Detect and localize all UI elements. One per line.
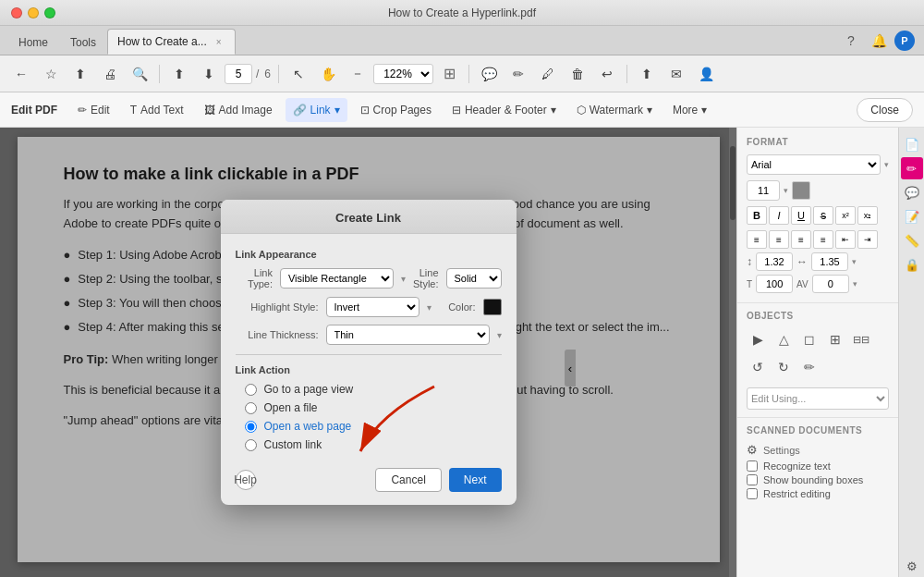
obj-triangle-btn[interactable]: △ [772, 328, 795, 350]
restrict-editing-checkbox[interactable] [747, 488, 758, 499]
recognize-text-checkbox[interactable] [747, 460, 758, 472]
spacing-row-1: ↕ ↔ ▾ [747, 252, 889, 271]
obj-align-btn[interactable]: ⊟⊟ [850, 328, 872, 350]
italic-btn[interactable]: I [769, 206, 789, 225]
radio-custom-label: Custom link [264, 438, 322, 451]
far-icon-2[interactable]: ✏ [901, 157, 923, 179]
radio-page-input[interactable] [245, 384, 257, 396]
underline-btn[interactable]: U [791, 206, 811, 225]
far-icon-5[interactable]: 📏 [901, 229, 923, 252]
redo-btn[interactable]: ↩ [593, 61, 621, 87]
titlebar: How to Create a Hyperlink.pdf [0, 0, 924, 26]
zoom-out-btn[interactable]: 🔍 [126, 61, 153, 87]
signature-btn[interactable]: 🖊 [534, 61, 562, 87]
text-color-swatch[interactable] [792, 181, 810, 200]
radio-file-input[interactable] [245, 402, 257, 414]
close-window-btn[interactable] [11, 7, 22, 18]
page-input[interactable] [225, 64, 252, 84]
next-page-btn[interactable]: ⬇ [195, 61, 223, 87]
thickness-select[interactable]: Thin Medium Thick [326, 325, 490, 345]
watermark-btn[interactable]: ⬡ Watermark ▾ [569, 98, 660, 122]
link-btn[interactable]: 🔗 Link ▾ [286, 98, 347, 122]
far-right-icons: 📄 ✏ 💬 📝 📏 🔒 ⚙ [898, 128, 924, 577]
font-size-input[interactable] [747, 180, 780, 201]
far-icon-7[interactable]: ⚙ [901, 555, 923, 577]
obj-undo-btn[interactable]: ↺ [747, 356, 769, 378]
add-image-btn[interactable]: 🖼 Add Image [197, 98, 280, 122]
delete-btn[interactable]: 🗑 [564, 61, 591, 87]
user-btn[interactable]: 👤 [692, 61, 720, 87]
font-select[interactable]: Arial [747, 154, 881, 175]
edit-using-select[interactable]: Edit Using... [747, 387, 889, 410]
align-left-btn[interactable]: ≡ [747, 230, 767, 249]
color-swatch[interactable] [483, 299, 502, 315]
link-type-select[interactable]: Visible Rectangle Invisible Rectangle [280, 268, 394, 288]
bold-btn[interactable]: B [747, 206, 767, 225]
far-icon-6[interactable]: 🔒 [901, 253, 923, 276]
indent-right-btn[interactable]: ⇥ [857, 230, 878, 249]
print-btn[interactable]: 🖨 [96, 61, 124, 87]
pencil-btn[interactable]: ✏ [505, 61, 532, 87]
obj-square-btn[interactable]: ◻ [798, 328, 821, 350]
minimize-window-btn[interactable] [28, 7, 39, 18]
email-btn[interactable]: ✉ [663, 61, 690, 87]
appearance-section-label: Link Appearance [236, 249, 502, 260]
color-label: Color: [439, 301, 476, 313]
far-icon-1[interactable]: 📄 [901, 133, 923, 155]
hand-tool-btn[interactable]: ✋ [314, 61, 342, 87]
back-btn[interactable]: ← [7, 61, 35, 87]
cursor-tool-btn[interactable]: ↖ [285, 61, 312, 87]
account-icon-btn[interactable]: P [894, 31, 915, 51]
tab-home[interactable]: Home [7, 31, 59, 55]
add-text-btn[interactable]: T Add Text [123, 98, 191, 122]
obj-edit-btn[interactable]: ✏ [798, 356, 821, 378]
strikethrough-btn[interactable]: S̶ [813, 206, 833, 225]
settings-link[interactable]: Settings [763, 445, 800, 456]
superscript-btn[interactable]: x² [835, 206, 856, 225]
char-spacing-input[interactable] [811, 252, 848, 271]
thickness-label: Line Thickness: [236, 329, 319, 340]
line-style-select[interactable]: Solid Dashed [446, 268, 502, 288]
tab-close-btn[interactable]: × [213, 35, 225, 48]
align-center-btn[interactable]: ≡ [769, 230, 789, 249]
highlight-select[interactable]: Invert None [326, 297, 419, 317]
modal-cancel-btn[interactable]: Cancel [375, 468, 441, 492]
justify-btn[interactable]: ≡ [813, 230, 833, 249]
tabbar-right-actions: ? 🔔 P [839, 31, 924, 55]
align-right-btn[interactable]: ≡ [791, 230, 811, 249]
zoom-select[interactable]: 122% 100% 150% [373, 64, 433, 84]
zoom-out-small-btn[interactable]: － [344, 61, 371, 87]
upload-btn[interactable]: ⬆ [67, 61, 94, 87]
notification-icon-btn[interactable]: 🔔 [867, 31, 891, 51]
far-icon-4[interactable]: 📝 [901, 205, 923, 227]
share-btn[interactable]: ⬆ [633, 61, 661, 87]
modal-help-btn[interactable]: Help [236, 470, 256, 490]
obj-play-btn[interactable]: ▶ [747, 328, 769, 350]
obj-redo-btn[interactable]: ↻ [772, 356, 795, 378]
av-input[interactable] [812, 275, 849, 293]
tab-tools[interactable]: Tools [59, 31, 107, 55]
maximize-window-btn[interactable] [44, 7, 55, 18]
bookmark-btn[interactable]: ☆ [37, 61, 65, 87]
line-spacing-input[interactable] [756, 252, 793, 271]
radio-custom-input[interactable] [245, 439, 257, 451]
help-icon-btn[interactable]: ? [839, 31, 863, 51]
subscript-btn[interactable]: x₂ [857, 206, 878, 225]
scale-input[interactable] [756, 275, 793, 293]
radio-web-input[interactable] [245, 421, 257, 433]
zoom-in-btn[interactable]: ⊞ [435, 61, 463, 87]
obj-grid-btn[interactable]: ⊞ [824, 328, 846, 350]
far-icon-3[interactable]: 💬 [901, 181, 923, 203]
prev-page-btn[interactable]: ⬆ [165, 61, 193, 87]
indent-left-btn[interactable]: ⇤ [835, 230, 856, 249]
edit-btn[interactable]: ✏ Edit [70, 98, 117, 122]
more-btn[interactable]: More ▾ [665, 98, 714, 122]
modal-next-btn[interactable]: Next [449, 468, 502, 492]
close-edit-btn[interactable]: Close [857, 98, 913, 122]
show-bounding-boxes-checkbox[interactable] [747, 474, 758, 485]
crop-btn[interactable]: ⊡ Crop Pages [353, 98, 439, 122]
comment-btn[interactable]: 💬 [475, 61, 503, 87]
header-footer-btn[interactable]: ⊟ Header & Footer ▾ [444, 98, 564, 122]
line-icon: ↕ [747, 255, 752, 268]
watermark-icon: ⬡ [577, 104, 586, 117]
